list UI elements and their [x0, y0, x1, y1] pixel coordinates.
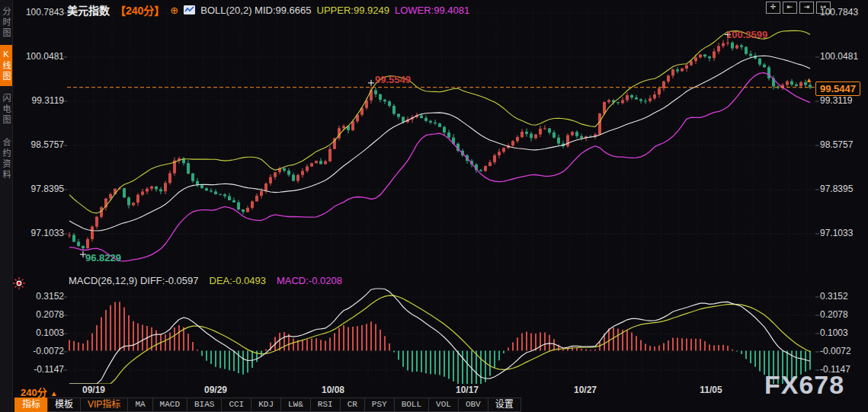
y-axis-label: 97.1033: [820, 228, 867, 238]
chart-type-sidebar: 分时图 K线图 闪电图 合约资料: [0, 0, 13, 412]
tab-vip-indicator[interactable]: VIP指标: [80, 398, 128, 412]
y-axis-label: 97.8395: [18, 184, 64, 194]
macd-axis-label: -0.1147: [15, 364, 64, 375]
y-axis-label: 98.5757: [18, 139, 64, 150]
macd-value-label: MACD:-0.0208: [277, 275, 342, 286]
indicator-macd-button[interactable]: MACD: [152, 398, 187, 412]
y-axis-label: 99.3119: [18, 95, 64, 106]
indicator-psy-button[interactable]: PSY: [364, 398, 395, 412]
indicator-kdj-button[interactable]: KDJ: [251, 398, 281, 412]
indicator-vol-button[interactable]: VOL: [428, 398, 459, 412]
y-axis-label: 97.8395: [820, 184, 867, 194]
indicator-boll-button[interactable]: BOLL: [394, 398, 429, 412]
y-axis-label: 100.0481: [18, 51, 64, 62]
indicator-lwr-button[interactable]: LW&: [280, 398, 311, 412]
x-axis-date: 10/27: [561, 385, 610, 395]
sidebar-item-kline-chart[interactable]: K线图: [0, 45, 12, 86]
macd-axis-label: 0.2078: [820, 309, 867, 320]
x-axis-date: 09/19: [69, 385, 118, 395]
add-indicator-icon[interactable]: ⊕: [170, 5, 178, 16]
macd-axis-label: 0.3152: [820, 291, 867, 302]
y-axis-label: 99.3119: [820, 95, 867, 106]
macd-axis-label: -0.0072: [820, 346, 867, 356]
chart-header: 美元指数 【240分】 ⊕ BOLL(20,2) MID:99.6665 UPP…: [67, 2, 469, 18]
x-axis-date: 09/29: [191, 385, 240, 395]
tab-template[interactable]: 模板: [47, 398, 81, 412]
macd-axis-label: -0.0072: [15, 346, 64, 356]
macd-axis-label: 0.1003: [15, 327, 64, 338]
x-axis-date: 10/17: [443, 385, 492, 395]
pan-icon[interactable]: ✛: [766, 2, 780, 14]
indicator-toolbar: 指标 模板 VIP指标 MA MACD BIAS CCI KDJ LW& RSI…: [15, 398, 521, 412]
boll-lower-label: LOWER:99.4081: [395, 5, 469, 16]
y-axis-label: 100.7843: [18, 7, 64, 18]
y-axis-label: 98.5757: [820, 139, 867, 150]
fx678-logo: FX678: [764, 370, 844, 400]
period-label: 【240分】: [115, 2, 165, 18]
macd-diff-label: MACD(26,12,9) DIFF:-0.0597: [69, 275, 199, 286]
indicator-ma-button[interactable]: MA: [127, 398, 152, 412]
indicator-bias-button[interactable]: BIAS: [187, 398, 222, 412]
trading-terminal: 分时图 K线图 闪电图 合约资料 美元指数 【240分】 ⊕ BOLL(20,2…: [0, 0, 868, 412]
sidebar-item-flash-chart[interactable]: 闪电图: [0, 91, 12, 129]
scale-left-icon[interactable]: ⇤: [783, 2, 797, 14]
top-high-annotation: 100.3599: [726, 29, 767, 40]
last-price-box: 99.5447: [815, 81, 860, 96]
y-axis-label: 100.7843: [820, 7, 867, 18]
symbol-name: 美元指数: [67, 2, 110, 18]
y-axis-label: 97.1033: [18, 228, 64, 238]
macd-axis-label: 0.2078: [15, 309, 64, 320]
alert-icon[interactable]: [13, 277, 25, 289]
macd-axis-label: 0.3152: [15, 291, 64, 302]
macd-header: MACD(26,12,9) DIFF:-0.0597 DEA:-0.0493 M…: [69, 275, 342, 286]
low-annotation: 96.8229: [85, 252, 121, 263]
indicator-rsi-button[interactable]: RSI: [310, 398, 341, 412]
macd-dea-label: DEA:-0.0493: [210, 275, 266, 286]
period-text: 240分: [21, 387, 47, 398]
x-axis-date: 10/08: [309, 385, 357, 395]
settings-button[interactable]: 设置: [488, 398, 521, 412]
indicator-cci-button[interactable]: CCI: [221, 398, 251, 412]
boll-upper-label: UPPER:99.9249: [317, 5, 389, 16]
candlestick-chart-canvas[interactable]: [0, 0, 868, 412]
indicator-obv-button[interactable]: OBV: [458, 398, 488, 412]
indicator-cr-button[interactable]: CR: [340, 398, 365, 412]
indicator-chart-icon[interactable]: [184, 5, 195, 14]
swing-high-annotation: 99.5549: [375, 74, 411, 85]
price-pin-icon: ▲: [806, 76, 812, 84]
x-axis-date: 11/05: [687, 385, 735, 395]
tab-indicator[interactable]: 指标: [14, 398, 48, 412]
boll-mid-label: BOLL(20,2) MID:99.6665: [200, 5, 311, 16]
chevron-up-icon: ▲: [50, 389, 58, 398]
y-axis-label: 100.0481: [820, 51, 867, 62]
scale-right-icon[interactable]: ⇥: [799, 2, 814, 14]
macd-axis-label: 0.1003: [820, 327, 867, 338]
sidebar-item-time-chart[interactable]: 分时图: [0, 4, 12, 42]
sidebar-item-contract-info[interactable]: 合约资料: [0, 134, 12, 184]
